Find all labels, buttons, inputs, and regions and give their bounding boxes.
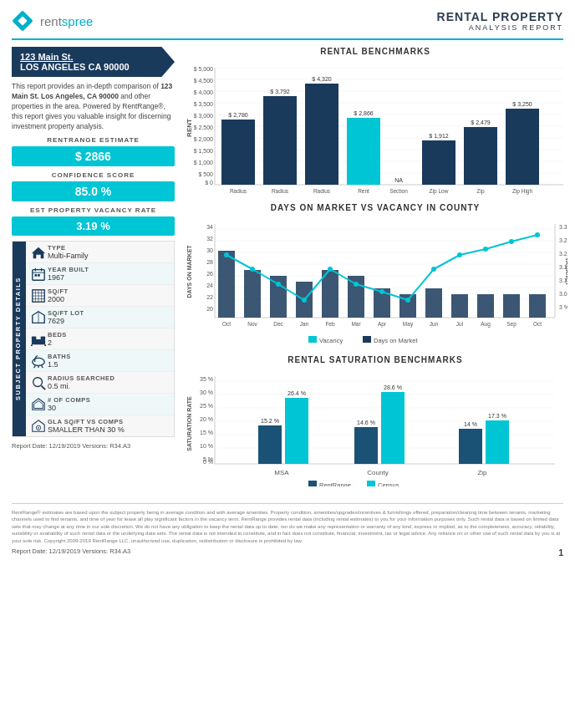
svg-rect-80 [464, 127, 497, 185]
address-box: 123 Main St. LOS ANGELES CA 90000 [12, 47, 175, 77]
svg-rect-155 [363, 336, 371, 343]
svg-text:Jun: Jun [430, 321, 439, 327]
sqft-label: SQ/FT [48, 288, 170, 295]
svg-rect-176 [285, 398, 308, 464]
svg-rect-115 [244, 270, 261, 318]
svg-text:28.6 %: 28.6 % [384, 384, 402, 390]
svg-text:Census: Census [378, 481, 399, 486]
svg-text:17.3 %: 17.3 % [488, 413, 506, 419]
svg-text:Low: Low [233, 194, 243, 195]
svg-point-144 [328, 267, 333, 272]
svg-text:Dec: Dec [273, 321, 283, 327]
disclaimer-text: RentRange® estimates are based upon the … [12, 509, 563, 544]
address-line1: 123 Main St. [20, 52, 166, 62]
confidence-label: CONFIDENCE SCORE [12, 171, 175, 179]
svg-point-146 [379, 289, 384, 294]
svg-text:32: 32 [206, 236, 213, 242]
saturation-section: RENTAL SATURATION BENCHMARKS 35 % 30 % 2… [183, 355, 567, 486]
svg-text:8: 8 [397, 194, 400, 195]
svg-text:DAYS ON MARKET: DAYS ON MARKET [186, 245, 192, 298]
svg-point-142 [276, 282, 281, 287]
svg-rect-19 [32, 336, 36, 340]
svg-text:Mar: Mar [351, 321, 361, 327]
svg-text:34: 34 [206, 224, 213, 230]
svg-text:20 %: 20 % [200, 416, 213, 422]
svg-marker-30 [34, 400, 43, 408]
svg-text:$ 4,500: $ 4,500 [194, 78, 213, 84]
svg-rect-8 [38, 274, 40, 277]
side-label: SUBJECT PROPERTY DETAILS [13, 242, 26, 436]
svg-text:Zip: Zip [477, 469, 487, 476]
svg-point-150 [483, 247, 488, 252]
detail-sqft-lot: SQ/FT LOT 7629 [26, 307, 174, 328]
svg-rect-189 [308, 481, 317, 486]
svg-text:22: 22 [206, 294, 213, 300]
logo-text: rentspree [40, 14, 93, 28]
svg-text:Apr: Apr [378, 321, 387, 328]
svg-line-25 [34, 365, 36, 368]
svg-text:$ 4,320: $ 4,320 [312, 76, 331, 82]
comps-icon [29, 397, 48, 412]
svg-text:14 %: 14 % [464, 421, 477, 427]
svg-text:3.3 %: 3.3 % [559, 224, 567, 230]
page-number: 1 [558, 547, 563, 559]
detail-comps: # OF COMPS 30 [26, 394, 174, 415]
detail-type: TYPE Multi-Family [26, 242, 174, 263]
comps-label: # OF COMPS [48, 396, 170, 404]
detail-radius: RADIUS SEARCHED 0.5 mi. [26, 372, 174, 394]
sqft-lot-content: SQ/FT LOT 7629 [48, 309, 170, 325]
svg-text:35 %: 35 % [200, 376, 213, 382]
details-table: TYPE Multi-Family YEAR BUILT 1967 [26, 242, 174, 436]
gla-content: GLA SQ/FT VS COMPS SMALLER THAN 30 % [48, 418, 170, 434]
svg-rect-122 [425, 288, 442, 318]
svg-text:26: 26 [206, 271, 213, 277]
svg-text:$ 2,866: $ 2,866 [354, 110, 373, 116]
baths-label: BATHS [48, 353, 170, 360]
confidence-value: 85.0 % [12, 181, 175, 201]
svg-marker-2 [32, 247, 45, 259]
sqft-lot-icon [29, 310, 48, 325]
detail-year-built: YEAR BUILT 1967 [26, 263, 174, 285]
svg-text:Radius: Radius [272, 188, 289, 194]
days-market-section: DAYS ON MARKET VS VACANCY IN COUNTY 34 3… [183, 203, 567, 347]
sqft-value: 2000 [48, 295, 170, 303]
header-divider [12, 38, 563, 40]
sqft-content: SQ/FT 2000 [48, 288, 170, 303]
report-subtitle: ANALYSIS REPORT [437, 23, 563, 32]
type-label: TYPE [48, 244, 170, 252]
svg-text:Days on Market: Days on Market [374, 337, 418, 344]
svg-point-27 [33, 378, 43, 387]
property-details: SUBJECT PROPERTY DETAILS TYPE Multi-Fami… [12, 241, 175, 437]
svg-point-148 [431, 267, 436, 272]
svg-text:Feb: Feb [325, 321, 335, 327]
page: rentspree RENTAL PROPERTY ANALYSIS REPOR… [0, 0, 575, 728]
svg-text:28: 28 [206, 259, 213, 265]
beds-value: 2 [48, 339, 170, 347]
svg-rect-186 [486, 420, 509, 464]
svg-text:Section: Section [389, 188, 408, 194]
svg-text:$ 1,912: $ 1,912 [429, 133, 448, 139]
comps-value: 30 [48, 404, 170, 412]
svg-rect-62 [263, 96, 297, 185]
svg-text:$ 1,500: $ 1,500 [194, 148, 213, 154]
type-value: Multi-Family [48, 252, 170, 260]
svg-text:May: May [403, 321, 414, 328]
saturation-title: RENTAL SATURATION BENCHMARKS [183, 355, 567, 364]
header: rentspree RENTAL PROPERTY ANALYSIS REPOR… [12, 10, 563, 32]
svg-text:$ 1,000: $ 1,000 [194, 160, 213, 165]
svg-point-152 [535, 232, 540, 237]
svg-text:Oct: Oct [222, 321, 231, 327]
gla-label: GLA SQ/FT VS COMPS [48, 418, 170, 425]
svg-rect-18 [32, 339, 45, 344]
svg-text:Zip Low: Zip Low [430, 188, 449, 195]
rentrange-label: RENTRANGE ESTIMATE [12, 136, 175, 144]
svg-text:Aug: Aug [481, 321, 491, 328]
svg-text:High: High [316, 194, 328, 195]
svg-text:$ 2,000: $ 2,000 [194, 136, 213, 142]
year-built-value: 1967 [48, 273, 170, 282]
svg-text:Jul: Jul [456, 321, 464, 327]
type-content: TYPE Multi-Family [48, 244, 170, 260]
svg-point-140 [224, 252, 229, 257]
svg-text:3.25 %: 3.25 % [559, 237, 567, 243]
svg-text:24: 24 [206, 283, 213, 288]
